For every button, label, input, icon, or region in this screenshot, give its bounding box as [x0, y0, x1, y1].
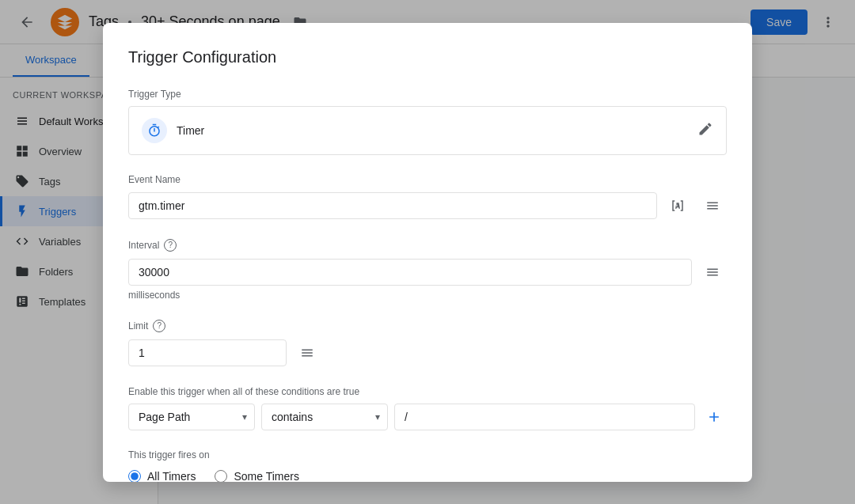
condition-operator-wrapper: contains [261, 404, 388, 430]
timer-icon [147, 123, 162, 138]
limit-label: Limit ? [128, 320, 727, 332]
limit-menu-icon [300, 346, 314, 360]
event-name-menu-btn[interactable] [698, 191, 727, 220]
radio-some-timers-label: Some Timers [234, 470, 298, 482]
menu-icon [705, 199, 720, 213]
limit-field: Limit ? [128, 320, 727, 367]
limit-help-icon[interactable]: ? [153, 320, 165, 332]
trigger-type-selector[interactable]: Timer [128, 106, 727, 155]
event-name-row [128, 191, 727, 220]
event-name-variable-btn[interactable] [663, 191, 692, 220]
condition-filter-wrapper: Page Path [128, 404, 255, 430]
condition-filter-select[interactable]: Page Path [128, 404, 255, 430]
interval-label: Interval ? [128, 239, 727, 252]
radio-group: All Timers Some Timers [128, 470, 727, 482]
condition-row: Page Path contains [128, 404, 727, 430]
fires-on-label: This trigger fires on [128, 449, 727, 460]
interval-unit: milliseconds [128, 290, 727, 301]
event-name-label: Event Name [128, 174, 727, 185]
limit-input[interactable] [128, 339, 287, 366]
trigger-type-name: Timer [177, 124, 204, 137]
dialog-title: Trigger Configuration [128, 48, 727, 66]
variable-icon [671, 199, 685, 213]
interval-field: Interval ? milliseconds [128, 239, 727, 301]
radio-some-timers[interactable]: Some Timers [215, 470, 298, 482]
condition-operator-select[interactable]: contains [261, 404, 388, 430]
radio-all-timers[interactable]: All Timers [128, 470, 196, 482]
conditions-label: Enable this trigger when all of these co… [128, 386, 727, 397]
fires-on-section: This trigger fires on All Timers Some Ti… [128, 449, 727, 482]
add-condition-button[interactable] [701, 404, 727, 430]
interval-menu-btn[interactable] [698, 258, 727, 286]
timer-circle-icon [142, 118, 167, 143]
trigger-config-dialog: Trigger Configuration Trigger Type Timer [103, 23, 752, 482]
add-icon [706, 409, 722, 425]
interval-input[interactable] [128, 259, 692, 286]
radio-all-timers-input[interactable] [128, 470, 141, 482]
radio-some-timers-input[interactable] [215, 470, 227, 482]
trigger-type-label: Trigger Type [128, 89, 727, 100]
edit-icon [697, 121, 713, 139]
interval-help-icon[interactable]: ? [164, 239, 177, 252]
radio-all-timers-label: All Timers [147, 470, 196, 482]
event-name-input[interactable] [128, 192, 657, 219]
interval-menu-icon [705, 265, 720, 279]
event-name-field: Event Name [128, 174, 727, 220]
dialog-overlay: Trigger Configuration Trigger Type Timer [0, 0, 855, 504]
trigger-type-inner: Timer [142, 118, 204, 143]
trigger-type-field: Trigger Type Timer [128, 89, 727, 155]
limit-row [128, 339, 727, 367]
conditions-field: Enable this trigger when all of these co… [128, 386, 727, 430]
condition-value-input[interactable] [394, 404, 695, 430]
interval-row [128, 258, 727, 286]
limit-menu-btn[interactable] [293, 339, 321, 367]
